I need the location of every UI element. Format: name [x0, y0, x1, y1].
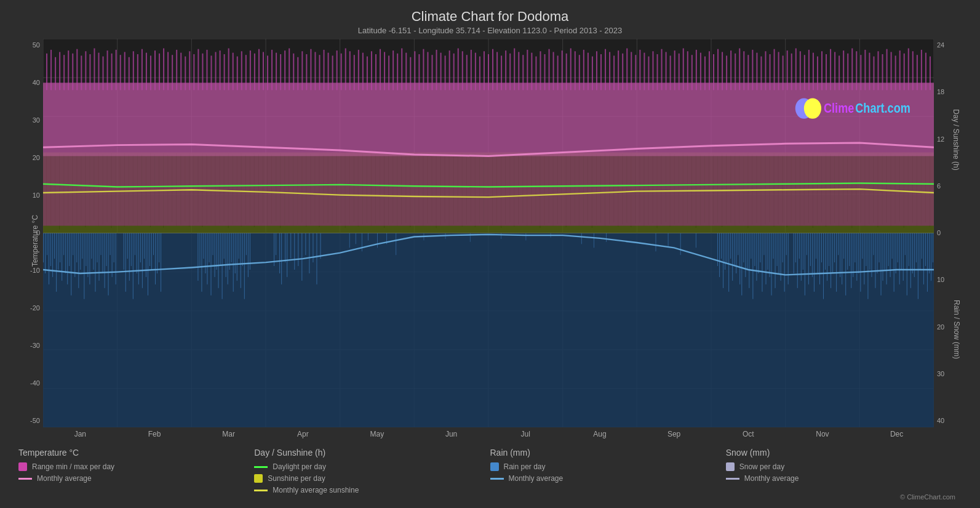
- svg-rect-678: [930, 57, 931, 91]
- legend-temp-range-label: Range min / max per day: [32, 462, 114, 471]
- svg-rect-540: [332, 55, 333, 90]
- svg-rect-662: [860, 55, 861, 90]
- svg-rect-170: [752, 233, 753, 299]
- svg-rect-155: [725, 233, 725, 270]
- chart-inner: Temperature °C Day / Sunshine (h) Rain /…: [43, 39, 934, 443]
- svg-rect-525: [267, 55, 268, 90]
- x-label-feb: Feb: [127, 430, 182, 443]
- svg-rect-548: [367, 57, 368, 91]
- svg-rect-222: [853, 233, 853, 277]
- svg-rect-517: [233, 53, 234, 91]
- svg-rect-171: [754, 233, 755, 267]
- svg-rect-189: [788, 233, 789, 284]
- svg-rect-596: [575, 51, 576, 90]
- svg-rect-617: [666, 52, 667, 90]
- svg-rect-221: [851, 233, 851, 288]
- svg-rect-203: [818, 233, 818, 273]
- svg-rect-26: [43, 233, 44, 263]
- svg-rect-95: [213, 233, 213, 256]
- svg-rect-535: [310, 49, 311, 91]
- legend-rain-title: Rain (mm): [490, 448, 726, 458]
- x-label-apr: Apr: [275, 430, 330, 443]
- svg-rect-529: [284, 50, 285, 90]
- svg-rect-547: [362, 53, 364, 91]
- svg-rect-493: [129, 57, 130, 91]
- svg-rect-41: [71, 233, 71, 296]
- svg-rect-190: [794, 233, 794, 273]
- svg-rect-555: [397, 54, 398, 91]
- svg-rect-641: [770, 54, 771, 90]
- x-label-aug: Aug: [572, 430, 627, 443]
- svg-rect-591: [553, 52, 554, 90]
- x-label-dec: Dec: [869, 430, 925, 443]
- svg-rect-150: [696, 233, 696, 248]
- svg-rect-659: [847, 54, 848, 91]
- legend-rain-avg: Monthly average: [490, 474, 726, 483]
- svg-rect-664: [869, 53, 870, 91]
- svg-rect-228: [864, 233, 864, 284]
- svg-rect-260: [923, 233, 924, 284]
- svg-rect-265: [933, 233, 933, 263]
- svg-rect-571: [466, 55, 468, 90]
- svg-rect-527: [276, 53, 277, 91]
- svg-rect-145: [594, 233, 594, 248]
- svg-rect-126: [305, 233, 306, 256]
- svg-rect-475: [50, 50, 52, 90]
- svg-rect-590: [549, 49, 550, 91]
- svg-rect-615: [657, 54, 658, 90]
- svg-rect-608: [626, 48, 627, 90]
- svg-rect-239: [885, 233, 885, 270]
- svg-rect-673: [908, 48, 909, 90]
- svg-rect-122: [290, 233, 291, 259]
- svg-rect-102: [226, 233, 226, 277]
- svg-rect-176: [763, 233, 764, 256]
- svg-rect-105: [231, 233, 232, 263]
- legend-rain: Rain (mm) Rain per day Monthly average: [490, 448, 726, 502]
- svg-rect-579: [501, 55, 502, 90]
- svg-rect-488: [107, 50, 108, 90]
- svg-rect-668: [886, 49, 888, 91]
- svg-rect-96: [215, 233, 215, 277]
- svg-rect-593: [562, 50, 563, 90]
- svg-rect-214: [838, 233, 839, 256]
- svg-rect-563: [431, 55, 432, 90]
- svg-rect-485: [94, 48, 95, 90]
- svg-rect-148: [668, 233, 669, 246]
- svg-rect-209: [829, 233, 829, 267]
- svg-rect-246: [898, 233, 898, 263]
- svg-rect-541: [337, 50, 338, 90]
- svg-rect-54: [95, 233, 95, 292]
- svg-rect-514: [220, 50, 221, 90]
- x-label-oct: Oct: [720, 430, 776, 443]
- svg-rect-219: [847, 233, 848, 270]
- legend-rain-day-swatch: [490, 462, 499, 471]
- svg-rect-661: [856, 51, 857, 90]
- legend-daylight-label: Daylight per day: [273, 462, 326, 471]
- svg-rect-628: [713, 54, 714, 90]
- svg-rect-218: [845, 233, 846, 296]
- svg-rect-537: [319, 55, 320, 90]
- svg-rect-551: [380, 49, 381, 91]
- svg-rect-622: [687, 51, 688, 90]
- svg-rect-192: [797, 233, 798, 288]
- svg-rect-476: [55, 57, 56, 91]
- svg-rect-53: [93, 233, 94, 270]
- svg-rect-588: [540, 51, 541, 90]
- svg-rect-202: [816, 233, 816, 259]
- y-axis-right-top-label: Day / Sunshine (h): [951, 109, 960, 170]
- svg-rect-172: [756, 233, 757, 281]
- svg-rect-256: [916, 233, 917, 263]
- legend-daylight-swatch: [254, 466, 268, 468]
- svg-rect-27: [45, 233, 46, 273]
- svg-rect-146: [606, 233, 607, 242]
- svg-rect-215: [840, 233, 840, 277]
- svg-rect-492: [124, 52, 125, 90]
- svg-rect-88: [199, 233, 200, 267]
- svg-rect-89: [201, 233, 202, 292]
- svg-rect-586: [531, 53, 532, 91]
- svg-rect-34: [58, 233, 58, 270]
- svg-rect-566: [445, 55, 446, 90]
- svg-rect-93: [209, 233, 209, 263]
- svg-rect-103: [228, 233, 228, 284]
- svg-rect-29: [49, 233, 49, 284]
